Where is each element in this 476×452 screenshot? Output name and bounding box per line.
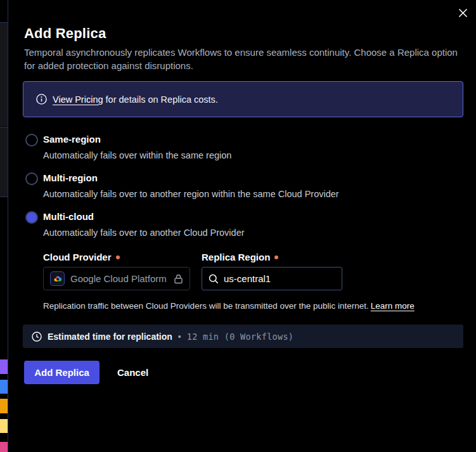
page-title: Add Replica	[24, 25, 106, 42]
option-description: Automatically fails over to another Clou…	[43, 228, 245, 238]
background-row	[0, 127, 8, 197]
info-circle-icon	[36, 94, 47, 105]
background-page-sliver	[0, 0, 8, 452]
pricing-info-banner: View Pricing for details on Replica cost…	[23, 81, 463, 117]
modal-description: Temporal asynchronously replicates Workf…	[24, 46, 463, 72]
background-strip-purple	[0, 359, 8, 374]
pricing-banner-rest: for details on Replica costs.	[103, 94, 218, 105]
option-description: Automatically fails over to another regi…	[43, 189, 339, 199]
close-icon	[458, 8, 468, 18]
background-strip-blue	[0, 380, 8, 394]
view-pricing-link[interactable]: View Pricing	[53, 94, 103, 105]
lock-icon	[174, 274, 183, 284]
background-strip-orange	[0, 399, 8, 413]
gcp-logo-icon	[50, 271, 65, 286]
cloud-provider-label: Cloud Provider	[43, 252, 120, 262]
required-dot-icon	[116, 255, 120, 259]
close-button[interactable]	[454, 4, 472, 22]
pricing-banner-text: View Pricing for details on Replica cost…	[53, 94, 218, 105]
cloud-provider-value: Google Cloud Platform	[70, 273, 167, 284]
background-row-divider	[0, 197, 8, 197]
replica-region-input[interactable]	[224, 273, 325, 284]
option-label[interactable]: Same-region	[43, 134, 101, 145]
option-description: Automatically fails over within the same…	[43, 150, 231, 160]
option-label[interactable]: Multi-region	[43, 172, 98, 183]
background-strip-yellow	[0, 419, 8, 433]
add-replica-button[interactable]: Add Replica	[24, 361, 100, 384]
replica-region-label-text: Replica Region	[202, 252, 270, 262]
cloud-provider-select[interactable]: Google Cloud Platform	[43, 267, 190, 290]
estimate-separator: •	[178, 332, 181, 342]
cancel-button[interactable]: Cancel	[111, 361, 155, 384]
estimate-banner: Estimated time for replication • 12 min …	[23, 325, 463, 348]
background-row-divider	[0, 22, 8, 23]
background-strip-pink	[0, 442, 8, 452]
background-row-divider	[0, 127, 8, 127]
required-dot-icon	[274, 255, 278, 259]
traffic-note-text: Replication traffic between Cloud Provid…	[43, 301, 369, 311]
traffic-note: Replication traffic between Cloud Provid…	[43, 301, 415, 311]
replica-region-label: Replica Region	[202, 252, 278, 262]
replica-region-search[interactable]	[202, 267, 342, 290]
estimate-value: 12 min (0 Workflows)	[187, 332, 294, 342]
radio-multi-region[interactable]	[25, 172, 38, 185]
radio-multi-cloud[interactable]	[25, 211, 38, 224]
option-label[interactable]: Multi-cloud	[43, 211, 94, 222]
search-icon	[209, 274, 219, 284]
clock-icon	[32, 332, 42, 342]
background-row	[0, 23, 8, 126]
cloud-provider-label-text: Cloud Provider	[43, 252, 112, 262]
radio-same-region[interactable]	[25, 134, 38, 146]
estimate-label: Estimated time for replication	[48, 332, 172, 342]
learn-more-link[interactable]: Learn more	[371, 301, 415, 311]
add-replica-modal: Add Replica Temporal asynchronously repl…	[8, 0, 476, 452]
